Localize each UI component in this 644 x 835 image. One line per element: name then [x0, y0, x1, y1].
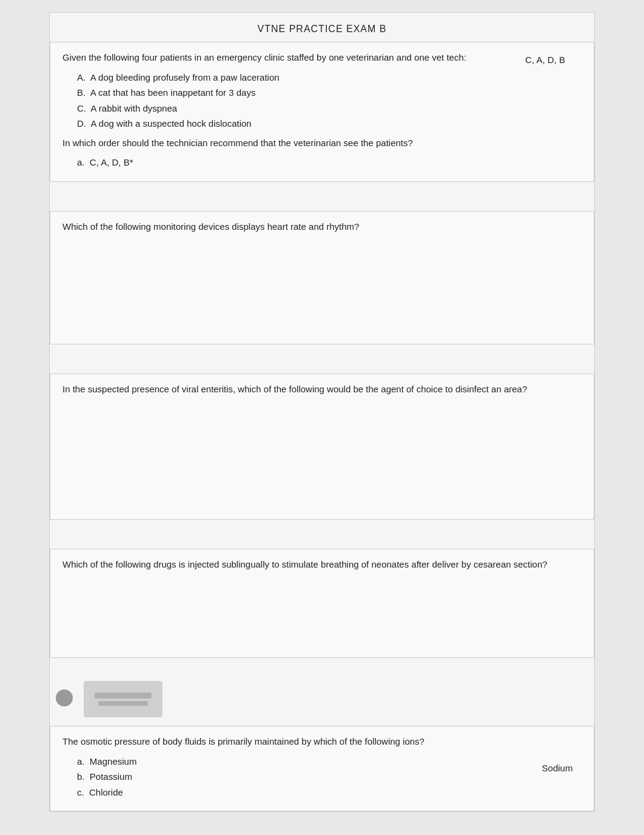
spacer-4: [50, 669, 594, 675]
list-item: c. Chloride: [77, 785, 509, 800]
list-item: D. A dog with a suspected hock dislocati…: [77, 116, 497, 132]
spacer-1: [50, 193, 594, 211]
question-3-text: In the suspected presence of viral enter…: [62, 383, 582, 397]
spacer-2: [50, 355, 594, 374]
thumbnail-icon: [56, 689, 73, 706]
question-5-left: The osmotic pressure of body fluids is p…: [50, 726, 521, 802]
question-1-options: A. A dog bleeding profusely from a paw l…: [77, 70, 497, 132]
list-item: A. A dog bleeding profusely from a paw l…: [77, 70, 497, 86]
question-text-area-1: Given the following four patients in an …: [62, 51, 509, 173]
question-1-answer: C, A, D, B: [509, 51, 582, 69]
question-4-space: [62, 576, 582, 649]
list-item: B. A cat that has been inappetant for 3 …: [77, 85, 497, 101]
question-block-5: The osmotic pressure of body fluids is p…: [50, 726, 594, 811]
question-5-answer: Sodium: [521, 726, 594, 773]
image-row: [50, 675, 594, 721]
question-block-2: Which of the following monitoring device…: [50, 211, 594, 345]
question-5-options: a. Magnesium b. Potassium c. Chloride: [77, 754, 509, 800]
question-block-1: Given the following four patients in an …: [50, 42, 594, 182]
question-3-space: [62, 401, 582, 511]
question-2-text: Which of the following monitoring device…: [62, 220, 582, 234]
question-1-suboptions: a. C, A, D, B*: [77, 155, 497, 170]
question-block-3: In the suspected presence of viral enter…: [50, 374, 594, 520]
page-title: VTNE PRACTICE EXAM B: [50, 13, 594, 42]
question-2-space: [62, 238, 582, 335]
question-1-text: Given the following four patients in an …: [62, 51, 497, 65]
image-placeholder: [84, 681, 163, 717]
list-item: C. A rabbit with dyspnea: [77, 101, 497, 116]
question-5-text: The osmotic pressure of body fluids is p…: [62, 735, 509, 749]
list-item: a. Magnesium: [77, 754, 509, 770]
list-item: b. Potassium: [77, 769, 509, 785]
spacer-3: [50, 531, 594, 549]
question-block-4: Which of the following drugs is injected…: [50, 549, 594, 659]
question-4-text: Which of the following drugs is injected…: [62, 558, 582, 572]
question-1-subtext: In which order should the technician rec…: [62, 136, 497, 150]
list-item: a. C, A, D, B*: [77, 155, 497, 170]
